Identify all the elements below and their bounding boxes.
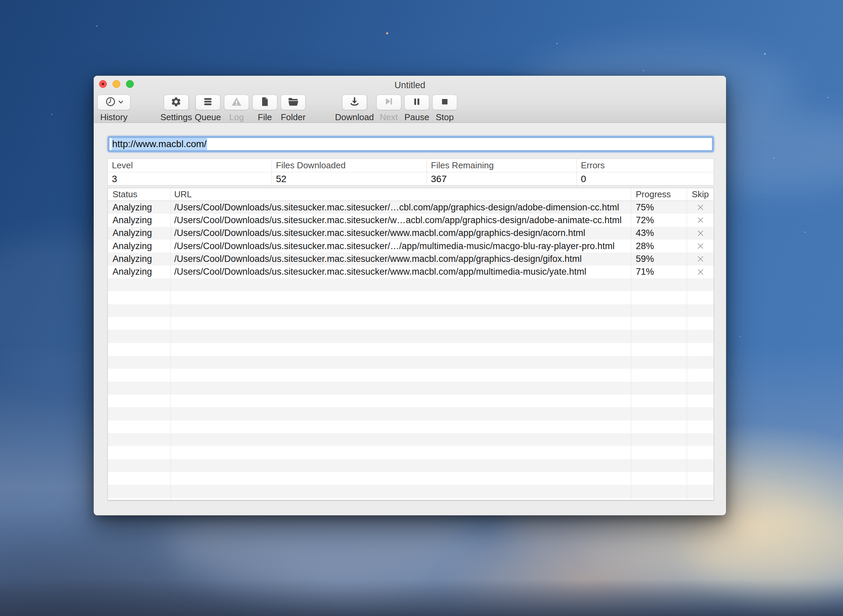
row-status: Analyzing (108, 265, 171, 279)
pause-button[interactable] (404, 95, 429, 110)
row-progress: 59% (631, 252, 687, 265)
empty-row (108, 356, 714, 368)
url-input[interactable]: http://www.macbl.com/ (107, 136, 714, 152)
table-row[interactable]: Analyzing /Users/Cool/Downloads/us.sites… (108, 227, 714, 240)
toolbar-label: Pause (404, 112, 429, 123)
table-row[interactable]: Analyzing /Users/Cool/Downloads/us.sites… (108, 252, 714, 265)
empty-row (108, 498, 714, 500)
folder-button[interactable] (281, 95, 306, 110)
toolbar-item-history: History (97, 95, 130, 123)
file-button[interactable] (252, 95, 277, 110)
toolbar-item-stop: Stop (432, 95, 457, 123)
row-url: /Users/Cool/Downloads/us.sitesucker.mac.… (171, 227, 631, 240)
log-button (224, 95, 249, 110)
toolbar-item-pause: Pause (404, 95, 429, 123)
toolbar-label: Log (229, 112, 244, 123)
toolbar-label: Folder (281, 112, 306, 123)
skip-x-icon (696, 229, 705, 237)
stop-icon (440, 97, 450, 108)
skip-x-icon (696, 268, 705, 276)
row-progress: 72% (631, 214, 687, 227)
empty-row (108, 368, 714, 381)
empty-row (108, 395, 714, 407)
empty-row (108, 343, 714, 356)
queue-table: Status URL Progress Skip Analyzing /User… (107, 188, 714, 500)
table-row[interactable]: Analyzing /Users/Cool/Downloads/us.sites… (108, 265, 714, 279)
empty-row (108, 382, 714, 395)
skip-button[interactable] (687, 201, 714, 214)
toolbar-item-next: Next (377, 95, 401, 123)
pause-icon (412, 97, 422, 108)
toolbar-label: File (258, 112, 272, 123)
toolbar-label: Download (335, 112, 374, 123)
table-row[interactable]: Analyzing /Users/Cool/Downloads/us.sites… (108, 240, 714, 252)
app-window: Untitled History Settings (94, 76, 726, 515)
empty-row (108, 407, 714, 420)
column-header-skip: Skip (687, 188, 714, 201)
table-row[interactable]: Analyzing /Users/Cool/Downloads/us.sites… (108, 201, 714, 214)
empty-row (108, 459, 714, 472)
stats-table: Level Files Downloaded Files Remaining E… (107, 158, 714, 185)
toolbar-item-folder: Folder (281, 95, 306, 123)
stop-button[interactable] (432, 95, 457, 110)
toolbar-item-file: File (252, 95, 277, 123)
row-url: /Users/Cool/Downloads/us.sitesucker.mac.… (171, 214, 631, 227)
toolbar-label: Stop (435, 112, 454, 123)
row-progress: 28% (631, 240, 687, 252)
stats-header-level: Level (108, 159, 272, 172)
row-status: Analyzing (108, 252, 171, 265)
skip-x-icon (696, 242, 705, 250)
file-icon (259, 96, 270, 109)
row-url: /Users/Cool/Downloads/us.sitesucker.mac.… (171, 201, 631, 214)
skip-x-icon (696, 216, 705, 224)
download-icon (349, 96, 360, 109)
column-header-status: Status (108, 188, 171, 201)
skip-button[interactable] (687, 227, 714, 240)
stats-header-errors: Errors (577, 159, 714, 172)
empty-row (108, 291, 714, 304)
stats-header-files-downloaded: Files Downloaded (272, 159, 427, 172)
toolbar-item-log: Log (224, 95, 249, 123)
window-title: Untitled (94, 80, 726, 91)
empty-row (108, 421, 714, 433)
empty-row (108, 279, 714, 291)
toolbar-item-download: Download (335, 95, 374, 123)
skip-button[interactable] (687, 252, 714, 265)
skip-button[interactable] (687, 214, 714, 227)
skip-x-icon (696, 203, 705, 211)
settings-button[interactable] (164, 95, 189, 110)
column-header-url: URL (171, 188, 631, 201)
empty-row (108, 304, 714, 317)
row-status: Analyzing (108, 227, 171, 240)
history-button[interactable] (97, 95, 130, 110)
queue-table-header: Status URL Progress Skip (108, 188, 714, 201)
download-button[interactable] (342, 95, 367, 110)
empty-row (108, 446, 714, 459)
empty-row (108, 433, 714, 446)
toolbar-label: Queue (195, 112, 221, 123)
row-url: /Users/Cool/Downloads/us.sitesucker.mac.… (171, 252, 631, 265)
skip-x-icon (696, 255, 705, 263)
row-status: Analyzing (108, 240, 171, 252)
skip-next-icon (383, 96, 394, 109)
folder-icon (287, 96, 299, 109)
row-progress: 71% (631, 265, 687, 279)
warning-triangle-icon (231, 96, 242, 109)
stats-header-files-remaining: Files Remaining (427, 159, 577, 172)
toolbar-label: Settings (160, 112, 192, 123)
empty-row (108, 472, 714, 485)
url-input-text: http://www.macbl.com/ (112, 138, 207, 151)
table-row[interactable]: Analyzing /Users/Cool/Downloads/us.sites… (108, 214, 714, 227)
chevron-down-icon (118, 99, 123, 106)
queue-button[interactable] (196, 95, 220, 110)
skip-button[interactable] (687, 265, 714, 279)
next-button (377, 95, 401, 110)
skip-button[interactable] (687, 240, 714, 252)
empty-row (108, 330, 714, 343)
stats-value-files-remaining: 367 (427, 172, 577, 186)
history-clock-icon (105, 96, 116, 109)
window-titlebar: Untitled History Settings (94, 76, 726, 123)
stats-value-level: 3 (108, 172, 272, 186)
row-progress: 75% (631, 201, 687, 214)
stats-value-errors: 0 (577, 172, 714, 186)
